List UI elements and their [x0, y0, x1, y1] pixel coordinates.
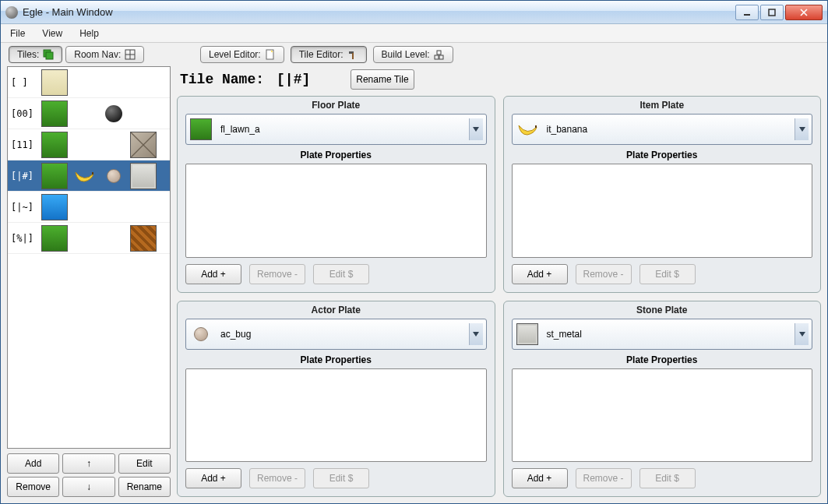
svg-marker-21	[799, 332, 805, 337]
rename-tile-button[interactable]: Rename Tile	[351, 69, 414, 90]
move-up-button[interactable]: ↑	[62, 453, 115, 474]
item-add-button[interactable]: Add +	[512, 264, 568, 284]
item-plate-select[interactable]: it_banana	[512, 114, 813, 145]
svg-rect-1	[769, 9, 775, 16]
rename-button[interactable]: Rename	[118, 477, 171, 497]
tab-tile-editor[interactable]: Tile Editor:	[291, 46, 367, 63]
tab-level-editor[interactable]: Level Editor:	[200, 46, 284, 63]
tile-row[interactable]: [%|]	[8, 223, 170, 254]
tab-build-level[interactable]: Build Level:	[373, 46, 453, 63]
chevron-down-icon	[469, 323, 483, 345]
tile-row[interactable]: [11]	[8, 129, 170, 160]
item-plate-value: it_banana	[547, 124, 787, 135]
floor-props-label: Plate Properties	[185, 145, 487, 164]
bug-icon	[189, 322, 213, 346]
tile-actor-slot	[100, 131, 128, 159]
main-window: Egle - Main Window File View Help Tiles:…	[0, 0, 828, 504]
tile-row[interactable]: [|#]	[8, 160, 170, 192]
actor-remove-button: Remove -	[249, 468, 305, 488]
actor-plate-title: Actor Plate	[185, 305, 487, 319]
tile-actor-slot	[100, 193, 128, 221]
actor-add-button[interactable]: Add +	[185, 468, 241, 488]
edit-button[interactable]: Edit	[118, 453, 171, 474]
close-button[interactable]	[785, 5, 823, 20]
tile-row[interactable]: [|~]	[8, 192, 170, 223]
blocks-icon	[434, 49, 445, 60]
tile-item-slot	[70, 131, 98, 159]
tile-list[interactable]: [ ][00][11][|#][|~][%|]	[7, 66, 171, 449]
menu-file[interactable]: File	[7, 26, 28, 41]
tab-tiles-label: Tiles:	[17, 49, 39, 60]
tile-row[interactable]: [00]	[8, 98, 170, 129]
move-down-button[interactable]: ↓	[62, 477, 115, 497]
tile-code: [00]	[11, 108, 39, 119]
content: [ ][00][11][|#][|~][%|] Add ↑ Edit Remov…	[1, 66, 827, 503]
stone-plate-title: Stone Plate	[512, 305, 813, 319]
tile-name-row: Tile Name: [|#] Rename Tile	[177, 66, 821, 91]
tile-stone-slot	[129, 100, 157, 128]
stone-remove-button: Remove -	[576, 468, 632, 488]
titlebar: Egle - Main Window	[1, 1, 827, 24]
metal-icon	[516, 322, 539, 346]
tab-tile-label: Tile Editor:	[299, 49, 344, 60]
menu-view[interactable]: View	[39, 26, 65, 41]
stone-props-list[interactable]	[512, 368, 813, 463]
menu-help[interactable]: Help	[76, 26, 102, 41]
floor-plate: Floor Plate fl_lawn_a Plate Properties A…	[177, 96, 495, 293]
banana-icon	[516, 118, 539, 141]
floor-edit-button: Edit $	[313, 264, 369, 284]
tile-name-label: Tile Name:	[180, 72, 264, 87]
stone-plate-select[interactable]: st_metal	[512, 319, 813, 350]
maximize-button[interactable]	[760, 5, 784, 20]
tile-stone-slot	[129, 224, 157, 252]
tile-item-slot	[70, 193, 98, 221]
tile-stone-slot	[129, 131, 157, 159]
tab-build-label: Build Level:	[382, 49, 430, 60]
svg-rect-13	[435, 55, 439, 59]
tab-roomnav[interactable]: Room Nav:	[65, 46, 144, 63]
tile-code: [ ]	[11, 77, 39, 88]
sidebar: [ ][00][11][|#][|~][%|] Add ↑ Edit Remov…	[7, 66, 171, 497]
grid-icon	[125, 49, 136, 60]
tile-floor-slot	[41, 162, 69, 190]
floor-add-button[interactable]: Add +	[185, 264, 241, 284]
chevron-down-icon	[795, 323, 809, 345]
app-icon	[5, 6, 18, 19]
window-title: Egle - Main Window	[23, 6, 735, 18]
svg-marker-19	[799, 127, 805, 132]
minimize-button[interactable]	[735, 5, 759, 20]
tile-stone-slot	[129, 162, 157, 190]
tile-code: [11]	[11, 139, 39, 150]
add-button[interactable]: Add	[7, 453, 59, 474]
item-plate-title: Item Plate	[512, 100, 813, 114]
remove-button[interactable]: Remove	[7, 477, 59, 497]
tile-floor-slot	[41, 224, 69, 252]
svg-rect-18	[535, 125, 537, 128]
tile-floor-slot	[41, 193, 69, 221]
plate-grid: Floor Plate fl_lawn_a Plate Properties A…	[177, 96, 821, 497]
stone-plate: Stone Plate st_metal Plate Properties Ad…	[503, 301, 822, 498]
tile-row[interactable]: [ ]	[8, 67, 170, 98]
svg-rect-12	[352, 53, 354, 59]
tab-tiles[interactable]: Tiles:	[9, 46, 62, 63]
actor-plate-value: ac_bug	[220, 329, 461, 340]
actor-props-label: Plate Properties	[185, 350, 487, 368]
item-props-list[interactable]	[512, 164, 813, 258]
actor-props-list[interactable]	[185, 368, 487, 463]
stone-add-button[interactable]: Add +	[512, 468, 568, 488]
menubar: File View Help	[1, 24, 827, 43]
tile-name-value: [|#]	[277, 72, 310, 87]
tile-item-slot	[70, 224, 98, 252]
tile-actor-slot	[100, 224, 128, 252]
tile-floor-slot	[41, 69, 69, 97]
actor-plate-select[interactable]: ac_bug	[185, 319, 487, 350]
tile-stone-slot	[129, 69, 157, 97]
chevron-down-icon	[469, 118, 483, 140]
tile-floor-slot	[41, 100, 69, 128]
tile-actor-slot	[100, 69, 128, 97]
floor-plate-select[interactable]: fl_lawn_a	[185, 114, 487, 145]
item-edit-button: Edit $	[639, 264, 696, 284]
floor-props-list[interactable]	[185, 164, 487, 258]
tile-item-slot	[70, 100, 98, 128]
tile-code: [|~]	[11, 202, 39, 213]
